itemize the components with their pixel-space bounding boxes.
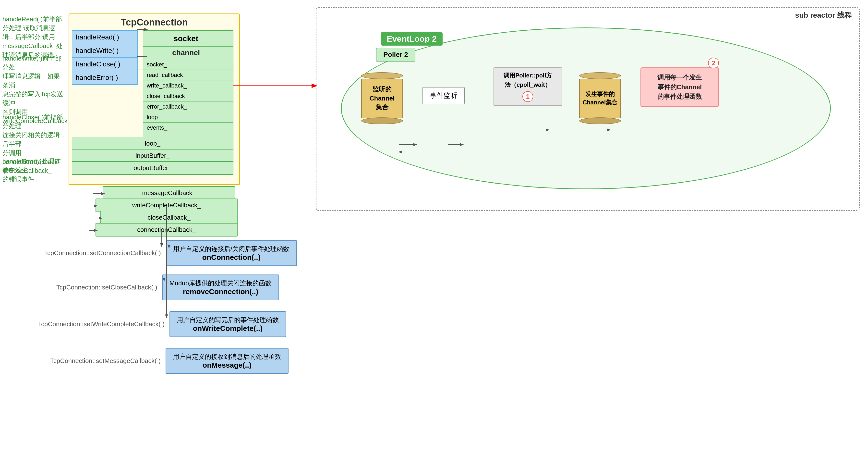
callback-box-message: 用户自定义的接收到消息后的处理函数 onMessage(..)	[165, 348, 288, 374]
cb-close-line2: removeConnection(..)	[169, 288, 272, 296]
ch-error-cb: error_callback_	[143, 102, 233, 112]
callback-row-message: TcpConnection::setMessageCallback( ) 用户自…	[50, 348, 288, 374]
ch-write-cb: write_callback_	[143, 80, 233, 91]
ch-loop: loop_	[143, 112, 233, 122]
sub-reactor-box: sub reactor 线程 EventLoop 2 Poller 2 监听的C…	[316, 7, 860, 211]
socket-field: socket_	[143, 30, 234, 47]
handle-error: handleError( )	[72, 71, 137, 84]
cb-conn-line1: 用户自定义的连接后/关闭后事件处理函数	[173, 244, 289, 253]
ch-socket: socket_	[143, 59, 233, 70]
poller-label: Poller 2	[376, 48, 415, 61]
eventloop-label: EventLoop 2	[381, 32, 442, 46]
event-channel-cylinder: 发生事件的Channel集合	[579, 72, 621, 124]
num-circle-1: 1	[522, 91, 533, 102]
eventloop-ellipse: EventLoop 2 Poller 2 监听的Channel集合 事件监听 调…	[341, 27, 831, 189]
callback-box-close: Muduo库提供的处理关闭连接的函数 removeConnection(..)	[162, 275, 279, 300]
setter-close: TcpConnection::setCloseCallback( )	[56, 284, 157, 291]
setter-connection: TcpConnection::setConnectionCallback( )	[44, 249, 161, 257]
tcp-connection-box: TcpConnection handleRead( ) handleWrite(…	[69, 13, 240, 185]
output-buffer-field: outputBuffer_	[72, 161, 234, 175]
callback-row-connection: TcpConnection::setConnectionCallback( ) …	[44, 240, 297, 266]
action-box: 2 调用每一个发生事件的Channel的事件处理函数	[641, 67, 719, 107]
ch-read-cb: read_callback_	[143, 70, 233, 80]
num-circle-2: 2	[708, 58, 719, 68]
callback-box-write: 用户自定义的写完后的事件处理函数 onWriteComplete(..)	[169, 311, 286, 337]
ch-close-cb: close_callback_	[143, 91, 233, 102]
input-buffer-field: inputBuffer_	[72, 149, 234, 163]
action-text: 调用每一个发生事件的Channel的事件处理函数	[641, 67, 719, 107]
message-callback-field: messageCallback_	[103, 186, 235, 200]
main-container: handleRead( )前半部分处理 读取消息逻辑，后半部分 调用messag…	[0, 0, 868, 462]
setter-write: TcpConnection::setWriteCompleteCallback(…	[38, 320, 164, 328]
cb-write-line2: onWriteComplete(..)	[177, 324, 279, 333]
annotation-handle-error: handleError( )处理连接中发生的错误事件。	[2, 157, 66, 183]
ch-events: events_	[143, 122, 233, 133]
callback-box-connection: 用户自定义的连接后/关闭后事件处理函数 onConnection(..)	[166, 240, 297, 266]
setter-message: TcpConnection::setMessageCallback( )	[50, 357, 161, 365]
cb-conn-line2: onConnection(..)	[173, 253, 289, 261]
listening-channel-cylinder: 监听的Channel集合	[361, 72, 403, 124]
cb-write-line1: 用户自定义的写完后的事件处理函数	[177, 316, 279, 324]
handle-read: handleRead( )	[72, 31, 137, 44]
callback-row-write: TcpConnection::setWriteCompleteCallback(…	[38, 311, 286, 337]
tcp-connection-title: TcpConnection	[69, 14, 239, 31]
poll-method-box: 调用Poller::poll方 法（epoll_wait） 1	[494, 67, 562, 106]
channel-title: channel_	[143, 47, 233, 59]
event-listen-box: 事件监听	[423, 87, 465, 104]
callback-row-close: TcpConnection::setCloseCallback( ) Muduo…	[56, 275, 279, 300]
write-complete-callback-field: writeCompleteCallback_	[95, 199, 238, 212]
annotation-handle-read: handleRead( )前半部分处理 读取消息逻辑，后半部分 调用messag…	[2, 15, 66, 59]
sub-reactor-label: sub reactor 线程	[793, 10, 854, 21]
handle-write: handleWrite( )	[72, 44, 137, 58]
close-callback-field: closeCallback_	[100, 211, 238, 224]
loop-field: loop_	[72, 137, 234, 150]
connection-callback-field: connectionCallback_	[95, 223, 238, 236]
cb-msg-line1: 用户自定义的接收到消息后的处理函数	[173, 352, 281, 361]
channel-box: channel_ socket_ read_callback_ write_ca…	[143, 46, 234, 144]
handle-methods-box: handleRead( ) handleWrite( ) handleClose…	[72, 30, 138, 85]
cb-close-line1: Muduo库提供的处理关闭连接的函数	[169, 279, 272, 288]
cb-msg-line2: onMessage(..)	[173, 361, 281, 369]
handle-close: handleClose( )	[72, 58, 137, 71]
